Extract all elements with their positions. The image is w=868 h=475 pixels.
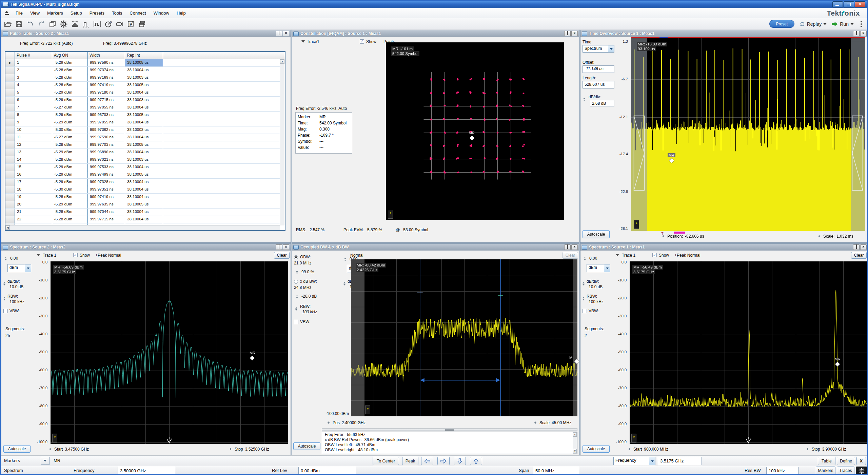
table-cell[interactable]: 999.97169 ns — [88, 74, 125, 81]
table-cell[interactable]: 6 — [15, 97, 52, 104]
panel-close-button[interactable]: × — [571, 31, 578, 36]
table-cell[interactable]: 999.97180 ns — [88, 89, 125, 96]
table-cell[interactable]: 38.10005 us — [125, 82, 163, 89]
autoscale-button[interactable]: Autoscale — [293, 442, 320, 450]
table-cell[interactable]: 999.97715 ns — [88, 97, 125, 104]
obw-radio[interactable] — [294, 255, 298, 259]
open-icon[interactable] — [3, 19, 13, 29]
clear-button[interactable]: Clear — [563, 252, 578, 259]
stop-frequency[interactable]: Stop3.52500 GHz — [229, 447, 269, 452]
table-row[interactable]: 11-5.27 dBm999.97590 ns38.10004 us — [5, 134, 280, 141]
menu-presets[interactable]: Presets — [86, 9, 108, 17]
table-cell[interactable]: 38.10004 us — [125, 149, 163, 156]
table-row[interactable]: 14-5.28 dBm999.97021 ns38.10003 us — [5, 156, 280, 164]
table-cell[interactable]: 999.97021 ns — [88, 156, 125, 163]
table-cell[interactable]: 38.10004 us — [125, 119, 163, 126]
column-header[interactable]: Pulse # — [15, 52, 52, 59]
table-row[interactable]: 5-5.29 dBm999.97180 ns38.10004 us — [5, 89, 280, 97]
table-cell[interactable]: 3 — [15, 74, 52, 81]
table-cell[interactable]: 11 — [15, 134, 52, 141]
dbdiv-value[interactable]: 10.0 dB — [589, 284, 603, 289]
constellation-plot[interactable] — [386, 42, 564, 220]
table-cell[interactable]: 38.10003 us — [125, 97, 163, 104]
table-row[interactable]: 8-5.29 dBm999.96703 ns38.10005 us — [5, 112, 280, 119]
time-overview-plot[interactable] — [631, 38, 865, 231]
traces-button[interactable]: Traces — [837, 467, 854, 475]
table-cell[interactable]: 2 — [15, 67, 52, 74]
autoscale-button[interactable]: Autoscale — [583, 445, 610, 453]
table-cell[interactable]: -5.28 dBm — [52, 82, 88, 89]
start-frequency[interactable]: Start900.000 MHz — [628, 447, 668, 452]
pulse-table[interactable]: Pulse #Avg ONWidthRep Int▶1-5.29 dBm999.… — [5, 51, 285, 231]
table-cell[interactable]: 999.96896 ns — [88, 149, 125, 156]
panel-titlebar[interactable]: Occupied BW & x dB BW × — [292, 244, 579, 251]
table-cell[interactable]: 38.10005 us — [125, 112, 163, 119]
table-row[interactable]: 4-5.28 dBm999.97419 ns38.10005 us — [5, 82, 280, 89]
vbw-checkbox[interactable] — [3, 309, 8, 313]
save-icon[interactable] — [14, 19, 24, 29]
menu-markers[interactable]: Markers — [43, 9, 67, 17]
xdb-level-value[interactable]: -26.0 dB — [301, 294, 317, 299]
table-row[interactable]: 9-5.29 dBm999.97055 ns38.10004 us — [5, 119, 280, 126]
table-cell[interactable]: 38.10004 us — [125, 194, 163, 201]
table-row[interactable]: 7-5.27 dBm999.97055 ns38.10004 us — [5, 104, 280, 112]
table-row[interactable]: ▶1-5.29 dBm999.97590 ns38.10005 us — [5, 59, 280, 67]
table-cell[interactable]: 999.97419 ns — [88, 194, 125, 201]
table-cell[interactable]: -5.29 dBm — [52, 112, 88, 119]
marker-frequency-field[interactable]: 3.5175 GHz — [658, 457, 702, 465]
table-cell[interactable]: 12 — [15, 141, 52, 149]
table-cell[interactable]: 38.10004 us — [125, 216, 163, 223]
table-cell[interactable]: 999.97635 ns — [88, 201, 125, 208]
table-row[interactable]: 19-5.28 dBm999.97419 ns38.10004 us — [5, 194, 280, 201]
dbdiv-stepper[interactable] — [343, 281, 346, 286]
position-readout[interactable]: Position:-82.606 us — [662, 234, 704, 239]
horizontal-scrollbar[interactable]: ◀ — [5, 225, 280, 230]
xdb-level-stepper[interactable] — [295, 294, 299, 299]
rbw-stepper[interactable] — [295, 306, 298, 311]
marker-select[interactable] — [41, 457, 50, 465]
show-checkbox[interactable] — [73, 253, 78, 257]
table-cell[interactable]: 999.97703 ns — [88, 141, 125, 149]
start-frequency[interactable]: Start3.47500 GHz — [49, 447, 89, 452]
panel-close-button[interactable]: × — [860, 244, 867, 250]
autoscale-button[interactable]: Autoscale — [3, 445, 31, 453]
scale-readout[interactable]: Scale45.00 MHz — [534, 420, 571, 425]
dbdiv-stepper[interactable] — [582, 281, 585, 286]
obw-pct-stepper[interactable] — [295, 270, 299, 275]
column-header[interactable]: Rep Int — [125, 52, 163, 59]
table-row[interactable]: 17-5.29 dBm999.97328 ns38.10004 us — [5, 179, 280, 186]
table-cell[interactable]: 7 — [15, 104, 52, 111]
settings-button[interactable] — [856, 467, 867, 475]
table-row[interactable]: 18-5.30 dBm999.97351 ns38.10004 us — [5, 186, 280, 194]
restore-icon[interactable] — [844, 1, 854, 7]
table-cell[interactable]: -5.27 dBm — [52, 104, 88, 111]
panel-maximize-button[interactable] — [564, 244, 571, 250]
xdb-radio[interactable] — [294, 280, 298, 284]
to-center-button[interactable]: To Center — [373, 457, 399, 465]
table-cell[interactable]: 21 — [15, 209, 52, 216]
table-cell[interactable]: -5.29 dBm — [52, 89, 88, 96]
table-cell[interactable]: -5.28 dBm — [52, 67, 88, 74]
spectrum-display-icon[interactable] — [70, 19, 80, 29]
table-cell[interactable]: 999.97590 ns — [88, 59, 125, 66]
table-cell[interactable]: 999.97044 ns — [88, 209, 125, 216]
table-cell[interactable]: -5.29 dBm — [52, 149, 88, 156]
dbdiv-stepper[interactable] — [583, 97, 586, 102]
window-titlebar[interactable]: Tek SignalVu-PC - Multi_signal.tiqm × — [1, 1, 867, 8]
peak-higher-button[interactable] — [470, 457, 482, 465]
table-cell[interactable]: -5.29 dBm — [52, 59, 88, 66]
table-cell[interactable]: -5.28 dBm — [52, 216, 88, 223]
pulse-trace-icon[interactable] — [92, 19, 102, 29]
table-row[interactable]: 13-5.29 dBm999.96896 ns38.10004 us — [5, 149, 280, 156]
table-cell[interactable]: 999.97533 ns — [88, 164, 125, 171]
table-cell[interactable]: 999.97328 ns — [88, 179, 125, 186]
table-cell[interactable]: -5.29 dBm — [52, 171, 88, 178]
panel-close-button[interactable]: × — [860, 31, 867, 36]
table-cell[interactable]: -5.30 dBm — [52, 186, 88, 193]
collapse-icon[interactable] — [4, 11, 9, 15]
define-button[interactable]: Define — [837, 457, 855, 465]
table-cell[interactable]: 38.10004 us — [125, 209, 163, 216]
dbdiv-stepper[interactable] — [3, 281, 6, 286]
show-checkbox[interactable] — [360, 39, 364, 44]
table-cell[interactable]: 8 — [15, 112, 52, 119]
